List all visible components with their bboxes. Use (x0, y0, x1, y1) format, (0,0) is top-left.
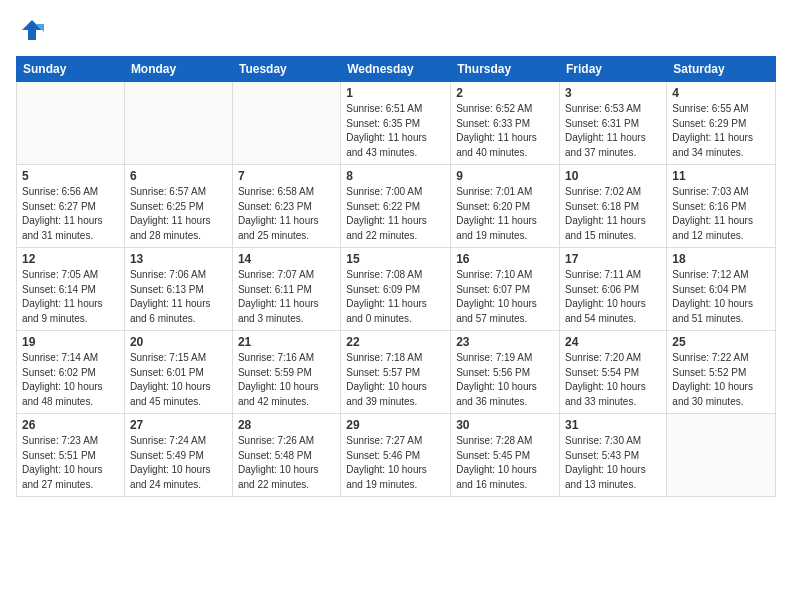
day-info: Sunrise: 7:05 AM Sunset: 6:14 PM Dayligh… (22, 268, 119, 326)
calendar-cell (232, 82, 340, 165)
weekday-header-monday: Monday (124, 57, 232, 82)
weekday-header-sunday: Sunday (17, 57, 125, 82)
day-info: Sunrise: 6:58 AM Sunset: 6:23 PM Dayligh… (238, 185, 335, 243)
day-info: Sunrise: 7:11 AM Sunset: 6:06 PM Dayligh… (565, 268, 661, 326)
calendar-week-row: 5Sunrise: 6:56 AM Sunset: 6:27 PM Daylig… (17, 165, 776, 248)
calendar-cell: 21Sunrise: 7:16 AM Sunset: 5:59 PM Dayli… (232, 331, 340, 414)
weekday-header-thursday: Thursday (451, 57, 560, 82)
calendar-cell: 12Sunrise: 7:05 AM Sunset: 6:14 PM Dayli… (17, 248, 125, 331)
day-info: Sunrise: 7:18 AM Sunset: 5:57 PM Dayligh… (346, 351, 445, 409)
calendar-cell (17, 82, 125, 165)
day-info: Sunrise: 7:06 AM Sunset: 6:13 PM Dayligh… (130, 268, 227, 326)
calendar-cell: 24Sunrise: 7:20 AM Sunset: 5:54 PM Dayli… (560, 331, 667, 414)
day-number: 18 (672, 252, 770, 266)
day-number: 11 (672, 169, 770, 183)
day-info: Sunrise: 7:23 AM Sunset: 5:51 PM Dayligh… (22, 434, 119, 492)
day-info: Sunrise: 7:26 AM Sunset: 5:48 PM Dayligh… (238, 434, 335, 492)
day-number: 29 (346, 418, 445, 432)
day-number: 25 (672, 335, 770, 349)
day-info: Sunrise: 7:19 AM Sunset: 5:56 PM Dayligh… (456, 351, 554, 409)
day-number: 3 (565, 86, 661, 100)
calendar-cell: 4Sunrise: 6:55 AM Sunset: 6:29 PM Daylig… (667, 82, 776, 165)
page-header (16, 16, 776, 44)
day-info: Sunrise: 7:24 AM Sunset: 5:49 PM Dayligh… (130, 434, 227, 492)
day-number: 6 (130, 169, 227, 183)
day-info: Sunrise: 7:20 AM Sunset: 5:54 PM Dayligh… (565, 351, 661, 409)
day-info: Sunrise: 7:12 AM Sunset: 6:04 PM Dayligh… (672, 268, 770, 326)
calendar-table: SundayMondayTuesdayWednesdayThursdayFrid… (16, 56, 776, 497)
calendar-cell: 10Sunrise: 7:02 AM Sunset: 6:18 PM Dayli… (560, 165, 667, 248)
calendar-cell: 18Sunrise: 7:12 AM Sunset: 6:04 PM Dayli… (667, 248, 776, 331)
logo (16, 16, 48, 44)
calendar-cell: 13Sunrise: 7:06 AM Sunset: 6:13 PM Dayli… (124, 248, 232, 331)
calendar-cell: 2Sunrise: 6:52 AM Sunset: 6:33 PM Daylig… (451, 82, 560, 165)
day-number: 12 (22, 252, 119, 266)
day-info: Sunrise: 6:52 AM Sunset: 6:33 PM Dayligh… (456, 102, 554, 160)
day-number: 31 (565, 418, 661, 432)
day-number: 27 (130, 418, 227, 432)
day-number: 23 (456, 335, 554, 349)
calendar-cell: 3Sunrise: 6:53 AM Sunset: 6:31 PM Daylig… (560, 82, 667, 165)
day-info: Sunrise: 7:00 AM Sunset: 6:22 PM Dayligh… (346, 185, 445, 243)
day-info: Sunrise: 6:55 AM Sunset: 6:29 PM Dayligh… (672, 102, 770, 160)
calendar-cell: 30Sunrise: 7:28 AM Sunset: 5:45 PM Dayli… (451, 414, 560, 497)
day-number: 21 (238, 335, 335, 349)
day-number: 8 (346, 169, 445, 183)
calendar-cell: 17Sunrise: 7:11 AM Sunset: 6:06 PM Dayli… (560, 248, 667, 331)
day-number: 10 (565, 169, 661, 183)
day-number: 17 (565, 252, 661, 266)
day-number: 14 (238, 252, 335, 266)
calendar-cell: 23Sunrise: 7:19 AM Sunset: 5:56 PM Dayli… (451, 331, 560, 414)
calendar-week-row: 1Sunrise: 6:51 AM Sunset: 6:35 PM Daylig… (17, 82, 776, 165)
calendar-cell: 6Sunrise: 6:57 AM Sunset: 6:25 PM Daylig… (124, 165, 232, 248)
calendar-week-row: 12Sunrise: 7:05 AM Sunset: 6:14 PM Dayli… (17, 248, 776, 331)
calendar-week-row: 26Sunrise: 7:23 AM Sunset: 5:51 PM Dayli… (17, 414, 776, 497)
day-info: Sunrise: 7:14 AM Sunset: 6:02 PM Dayligh… (22, 351, 119, 409)
day-info: Sunrise: 7:08 AM Sunset: 6:09 PM Dayligh… (346, 268, 445, 326)
day-number: 28 (238, 418, 335, 432)
day-number: 24 (565, 335, 661, 349)
calendar-cell: 19Sunrise: 7:14 AM Sunset: 6:02 PM Dayli… (17, 331, 125, 414)
calendar-cell: 5Sunrise: 6:56 AM Sunset: 6:27 PM Daylig… (17, 165, 125, 248)
day-number: 2 (456, 86, 554, 100)
day-number: 30 (456, 418, 554, 432)
weekday-header-row: SundayMondayTuesdayWednesdayThursdayFrid… (17, 57, 776, 82)
day-number: 13 (130, 252, 227, 266)
weekday-header-wednesday: Wednesday (341, 57, 451, 82)
calendar-cell: 15Sunrise: 7:08 AM Sunset: 6:09 PM Dayli… (341, 248, 451, 331)
day-info: Sunrise: 7:02 AM Sunset: 6:18 PM Dayligh… (565, 185, 661, 243)
day-info: Sunrise: 6:51 AM Sunset: 6:35 PM Dayligh… (346, 102, 445, 160)
day-info: Sunrise: 7:30 AM Sunset: 5:43 PM Dayligh… (565, 434, 661, 492)
calendar-cell (667, 414, 776, 497)
day-info: Sunrise: 7:27 AM Sunset: 5:46 PM Dayligh… (346, 434, 445, 492)
calendar-cell: 26Sunrise: 7:23 AM Sunset: 5:51 PM Dayli… (17, 414, 125, 497)
calendar-cell: 1Sunrise: 6:51 AM Sunset: 6:35 PM Daylig… (341, 82, 451, 165)
logo-icon (16, 16, 44, 44)
day-number: 9 (456, 169, 554, 183)
day-info: Sunrise: 7:28 AM Sunset: 5:45 PM Dayligh… (456, 434, 554, 492)
day-number: 20 (130, 335, 227, 349)
day-info: Sunrise: 7:03 AM Sunset: 6:16 PM Dayligh… (672, 185, 770, 243)
day-info: Sunrise: 6:53 AM Sunset: 6:31 PM Dayligh… (565, 102, 661, 160)
calendar-cell: 28Sunrise: 7:26 AM Sunset: 5:48 PM Dayli… (232, 414, 340, 497)
calendar-week-row: 19Sunrise: 7:14 AM Sunset: 6:02 PM Dayli… (17, 331, 776, 414)
calendar-cell: 7Sunrise: 6:58 AM Sunset: 6:23 PM Daylig… (232, 165, 340, 248)
weekday-header-friday: Friday (560, 57, 667, 82)
calendar-cell: 22Sunrise: 7:18 AM Sunset: 5:57 PM Dayli… (341, 331, 451, 414)
day-info: Sunrise: 7:01 AM Sunset: 6:20 PM Dayligh… (456, 185, 554, 243)
calendar-cell (124, 82, 232, 165)
calendar-cell: 27Sunrise: 7:24 AM Sunset: 5:49 PM Dayli… (124, 414, 232, 497)
day-info: Sunrise: 7:15 AM Sunset: 6:01 PM Dayligh… (130, 351, 227, 409)
calendar-cell: 14Sunrise: 7:07 AM Sunset: 6:11 PM Dayli… (232, 248, 340, 331)
weekday-header-saturday: Saturday (667, 57, 776, 82)
day-number: 1 (346, 86, 445, 100)
calendar-cell: 9Sunrise: 7:01 AM Sunset: 6:20 PM Daylig… (451, 165, 560, 248)
day-info: Sunrise: 7:16 AM Sunset: 5:59 PM Dayligh… (238, 351, 335, 409)
day-number: 7 (238, 169, 335, 183)
day-number: 26 (22, 418, 119, 432)
day-number: 19 (22, 335, 119, 349)
weekday-header-tuesday: Tuesday (232, 57, 340, 82)
calendar-cell: 16Sunrise: 7:10 AM Sunset: 6:07 PM Dayli… (451, 248, 560, 331)
day-number: 4 (672, 86, 770, 100)
day-info: Sunrise: 6:56 AM Sunset: 6:27 PM Dayligh… (22, 185, 119, 243)
